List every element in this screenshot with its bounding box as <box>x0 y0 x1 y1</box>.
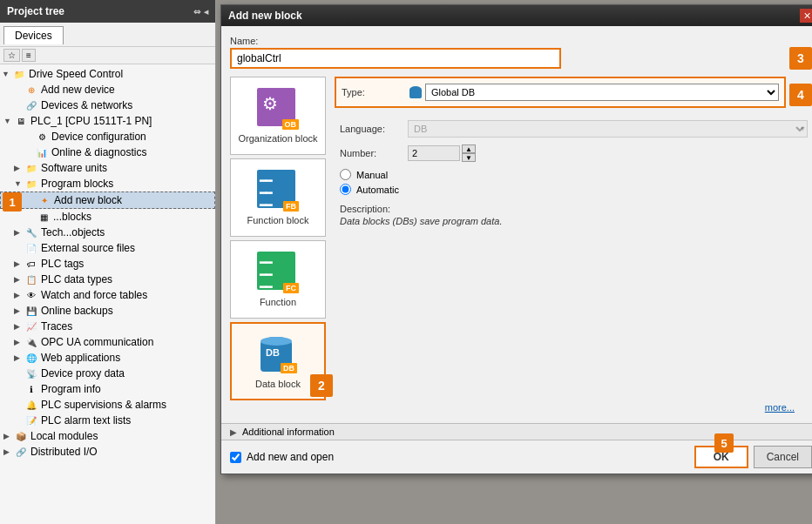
fb-block-button[interactable]: ━━━━━━ FB Function block <box>230 158 326 237</box>
fb-symbol: ━━━━━━ <box>260 175 272 212</box>
tree-item-software-units[interactable]: ▶ 📁 Software units <box>0 160 215 176</box>
tree-item-plc-supervisions[interactable]: 🔔 PLC supervisions & alarms <box>0 397 215 413</box>
manual-radio-label[interactable]: Manual <box>340 169 807 180</box>
fb-label-badge: FB <box>283 201 299 212</box>
tree-label: PLC alarm text lists <box>41 414 131 427</box>
tree-item-distributed-io[interactable]: ▶ 🔗 Distributed I/O <box>0 444 215 460</box>
tree-item-online-diag[interactable]: 📊 Online & diagnostics <box>0 144 215 160</box>
manual-radio[interactable] <box>340 169 351 180</box>
automatic-radio-label[interactable]: Automatic <box>340 184 807 195</box>
tree-item-watch-force[interactable]: ▶ 👁 Watch and force tables <box>0 287 215 303</box>
tree-item-program-info[interactable]: ℹ Program info <box>0 381 215 397</box>
tree-item-device-proxy[interactable]: 📡 Device proxy data <box>0 366 215 381</box>
tree-label: Online & diagnostics <box>51 146 146 158</box>
dialog-title-text: Add new block <box>228 10 302 22</box>
proxy-icon: 📡 <box>24 366 38 380</box>
arrow-icon: ▼ <box>3 117 14 125</box>
type-select[interactable]: Global DB Instance DB Array DB <box>425 84 779 101</box>
tree-item-devices-networks[interactable]: 🔗 Devices & networks <box>0 97 215 113</box>
ob-gear-symbol: ⚙ <box>262 93 278 114</box>
fc-block-button[interactable]: ━━━━━━ FC Function <box>230 240 326 319</box>
tree-item-plc-data-types[interactable]: ▶ 📋 PLC data types <box>0 272 215 287</box>
language-select[interactable]: DB <box>408 120 808 138</box>
tree-item-add-new-block[interactable]: ✦ Add new block 1 <box>0 191 215 209</box>
db-text: DB <box>266 347 280 358</box>
tree-label: PLC data types <box>41 273 112 286</box>
tree-toolbar-btn1[interactable]: ☆ <box>3 49 20 62</box>
tree-item-traces[interactable]: ▶ 📈 Traces <box>0 319 215 334</box>
devices-tab: Devices <box>0 23 215 47</box>
tree-item-tech-objects[interactable]: ▶ 🔧 Tech...objects <box>0 225 215 240</box>
web-icon: 🌐 <box>24 351 38 365</box>
tree-item-ext-sources[interactable]: 📄 External source files <box>0 240 215 256</box>
tree-label: Devices & networks <box>41 99 132 111</box>
right-panel: Type: Global DB Instance DB Array DB <box>335 77 812 400</box>
tree-item-online-backups[interactable]: ▶ 💾 Online backups <box>0 303 215 319</box>
tree-label: Web applications <box>41 352 120 364</box>
step-badge-2: 2 <box>310 374 333 397</box>
tree-label: Software units <box>41 162 107 174</box>
arrow-icon: ▶ <box>14 259 24 268</box>
info-icon: ℹ <box>24 382 38 396</box>
number-label: Number: <box>340 148 401 158</box>
cancel-button[interactable]: Cancel <box>754 446 812 468</box>
footer-right: OK 5 Cancel <box>694 446 812 468</box>
project-tree-title: Project tree <box>7 5 64 17</box>
dialog-close-button[interactable]: ✕ <box>800 9 812 23</box>
number-down-button[interactable]: ▼ <box>462 153 476 162</box>
tree-label: Local modules <box>30 430 98 442</box>
tree-item-device-config[interactable]: ⚙ Device configuration <box>0 129 215 144</box>
tree-item-add-device[interactable]: ⊕ Add new device <box>0 82 215 97</box>
project-icon: 📁 <box>12 67 26 81</box>
fb-block-label: Function block <box>247 215 309 225</box>
ob-label-badge: OB <box>282 119 300 130</box>
tree-item-blocks[interactable]: ▦ ...blocks <box>0 209 215 225</box>
tree-item-program-blocks[interactable]: ▼ 📁 Program blocks <box>0 176 215 191</box>
collapse-icon[interactable]: ⇔ <box>193 7 200 17</box>
devices-tab-button[interactable]: Devices <box>3 26 64 44</box>
automatic-radio[interactable] <box>340 184 351 195</box>
add-and-open-label: Add new and open <box>247 451 334 463</box>
tree-label: Device configuration <box>51 131 146 143</box>
opc-icon: 🔌 <box>24 335 38 349</box>
tree-item-opc-ua[interactable]: ▶ 🔌 OPC UA communication <box>0 334 215 350</box>
tree-toolbar: ☆ ≡ <box>0 47 215 64</box>
block-icon: ▦ <box>37 210 51 224</box>
tree-item-web-apps[interactable]: ▶ 🌐 Web applications <box>0 350 215 366</box>
tree-item-plc-tags[interactable]: ▶ 🏷 PLC tags <box>0 256 215 272</box>
fb-icon: ━━━━━━ FB <box>257 170 299 212</box>
backup-icon: 💾 <box>24 304 38 318</box>
global-db-icon <box>409 86 422 98</box>
number-input[interactable] <box>408 145 460 161</box>
project-tree-panel: Project tree ⇔ ◂ Devices ☆ ≡ ▼ 📁 Drive S… <box>0 0 216 524</box>
description-section: Description: Data blocks (DBs) save prog… <box>335 200 812 230</box>
step-badge-5: 5 <box>714 433 734 453</box>
footer-left: Add new and open <box>230 451 334 463</box>
description-text: Data blocks (DBs) save program data. <box>340 216 807 226</box>
arrow-icon: ▶ <box>14 353 24 362</box>
add-device-icon: ⊕ <box>24 83 38 97</box>
more-link[interactable]: more... <box>756 400 803 414</box>
ob-block-icon: ⚙ OB <box>257 88 299 130</box>
add-and-open-checkbox[interactable] <box>230 452 241 463</box>
tree-toolbar-btn2[interactable]: ≡ <box>22 49 36 62</box>
name-input[interactable] <box>230 48 561 69</box>
tree-item-plc-alarm-texts[interactable]: 📝 PLC alarm text lists <box>0 413 215 428</box>
ext-icon: 📄 <box>24 241 38 255</box>
tree-item-plc1[interactable]: ▼ 🖥 PLC_1 [CPU 1511T-1 PN] <box>0 113 215 129</box>
step-badge-3: 3 <box>789 47 812 70</box>
name-label: Name: <box>230 36 779 46</box>
tree-content: ▼ 📁 Drive Speed Control ⊕ Add new device… <box>0 64 215 524</box>
plc-icon: 🖥 <box>14 114 28 128</box>
close-tree-icon[interactable]: ◂ <box>204 7 208 17</box>
tree-item-local-modules[interactable]: ▶ 📦 Local modules <box>0 428 215 444</box>
tree-label: ...blocks <box>53 211 91 223</box>
ob-block-button[interactable]: ⚙ OB Organization block <box>230 77 326 155</box>
tree-item-drive-speed[interactable]: ▼ 📁 Drive Speed Control <box>0 66 215 82</box>
tree-label: PLC supervisions & alarms <box>41 399 166 411</box>
automatic-radio-text: Automatic <box>356 185 399 195</box>
header-icons: ⇔ ◂ <box>193 7 208 17</box>
number-up-button[interactable]: ▲ <box>462 144 476 153</box>
tree-label: External source files <box>41 242 135 254</box>
ob-block-label: Organization block <box>238 133 317 144</box>
